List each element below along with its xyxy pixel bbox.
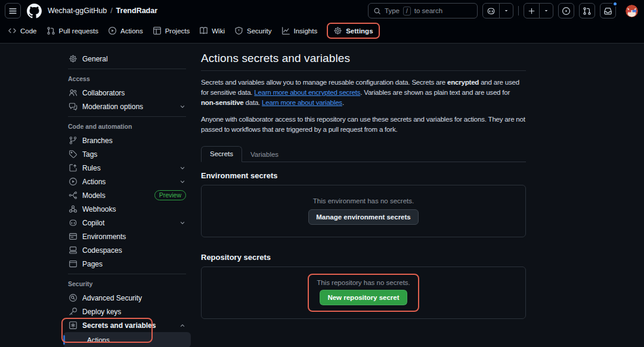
app-header: Wechat-ggGitHub / TrendRadar Type / to s… bbox=[0, 0, 644, 44]
inbox-icon bbox=[603, 7, 612, 16]
tab-label: Actions bbox=[120, 27, 143, 35]
create-new-button[interactable] bbox=[524, 4, 539, 18]
tab-projects[interactable]: Projects bbox=[153, 26, 190, 35]
sidebar-divider bbox=[68, 116, 186, 117]
sidebar-item-advanced-security[interactable]: Advanced Security bbox=[63, 291, 191, 305]
chevron-up-icon bbox=[179, 322, 186, 329]
github-logo[interactable] bbox=[27, 4, 42, 18]
manage-environment-secrets-button[interactable]: Manage environment secrets bbox=[308, 209, 419, 225]
tab-label: Projects bbox=[165, 27, 190, 35]
sidebar-item-copilot[interactable]: Copilot bbox=[63, 216, 191, 230]
intro-bold-non-sensitive: non-sensitive bbox=[201, 99, 244, 106]
create-new-dropdown-button[interactable] bbox=[539, 4, 553, 18]
sidebar-item-label: Tags bbox=[82, 150, 97, 159]
sidebar-item-rules[interactable]: Rules bbox=[63, 161, 191, 175]
graph-icon bbox=[281, 26, 290, 35]
sidebar-item-label: Advanced Security bbox=[82, 294, 142, 302]
git-pull-request-icon bbox=[47, 26, 55, 35]
sidebar-item-actions[interactable]: Actions bbox=[63, 175, 191, 188]
active-item-accent-bar bbox=[63, 335, 65, 345]
sidebar-section-security: Security bbox=[63, 277, 191, 291]
inbox-wrapper bbox=[600, 3, 616, 18]
main-content: Actions secrets and variables Secrets an… bbox=[201, 52, 526, 347]
new-repository-secret-button[interactable]: New repository secret bbox=[320, 290, 407, 305]
annotation-box-repository-secret: This repository has no secrets. New repo… bbox=[308, 274, 419, 312]
environment-secrets-heading: Environment secrets bbox=[201, 171, 526, 180]
webhook-icon bbox=[68, 205, 78, 213]
user-avatar[interactable] bbox=[626, 5, 638, 17]
sidebar-item-label: Models bbox=[82, 191, 106, 200]
github-mark-icon bbox=[27, 4, 42, 18]
copilot-split-button bbox=[482, 3, 513, 18]
codescan-icon bbox=[68, 293, 78, 302]
sidebar-item-branches[interactable]: Branches bbox=[63, 134, 191, 147]
tab-insights[interactable]: Insights bbox=[281, 26, 318, 35]
table-icon bbox=[153, 26, 162, 35]
sidebar-item-general[interactable]: General bbox=[63, 52, 191, 66]
sidebar-item-environments[interactable]: Environments bbox=[63, 230, 191, 243]
breadcrumb-separator: / bbox=[110, 7, 112, 15]
sidebar-item-collaborators[interactable]: Collaborators bbox=[63, 86, 191, 100]
play-icon bbox=[68, 177, 78, 186]
sidebar-item-label: Copilot bbox=[82, 219, 104, 227]
link-variables[interactable]: Learn more about variables bbox=[262, 99, 342, 106]
breadcrumb-repo-link[interactable]: TrendRadar bbox=[116, 7, 157, 15]
people-icon bbox=[68, 88, 78, 97]
copilot-dropdown-button[interactable] bbox=[499, 4, 513, 18]
tab-settings[interactable]: Settings bbox=[327, 23, 379, 39]
link-encrypted-secrets[interactable]: Learn more about encrypted secrets bbox=[254, 89, 360, 96]
pull-requests-button[interactable] bbox=[579, 3, 595, 18]
sidebar-item-models[interactable]: Models Preview bbox=[63, 188, 191, 202]
search-icon bbox=[373, 7, 381, 15]
issue-opened-icon bbox=[562, 7, 571, 16]
model-icon bbox=[68, 191, 78, 200]
tab-actions[interactable]: Actions bbox=[108, 26, 143, 35]
sidebar-item-tags[interactable]: Tags bbox=[63, 147, 191, 161]
search-input[interactable]: Type / to search bbox=[368, 3, 478, 18]
chevron-down-icon bbox=[179, 103, 186, 110]
intro-text: . Variables are shown as plain text and … bbox=[360, 89, 510, 96]
tab-code[interactable]: Code bbox=[8, 26, 37, 35]
tab-label: Pull requests bbox=[59, 27, 98, 35]
chevron-down-icon bbox=[503, 8, 509, 14]
copilot-button[interactable] bbox=[483, 4, 499, 18]
book-icon bbox=[199, 26, 208, 35]
copilot-icon bbox=[487, 7, 496, 16]
hamburger-menu-button[interactable] bbox=[5, 3, 21, 18]
gear-icon bbox=[333, 26, 342, 35]
sidebar-subitem-label: Actions bbox=[87, 336, 110, 343]
codespaces-icon bbox=[68, 246, 78, 255]
chevron-down-icon bbox=[543, 8, 549, 14]
sidebar-subitem-actions-selected[interactable]: Actions bbox=[63, 332, 191, 347]
secret-asterisk-icon bbox=[68, 321, 78, 330]
sidebar-item-secrets-and-variables[interactable]: Secrets and variables bbox=[63, 318, 191, 332]
tab-pull-requests[interactable]: Pull requests bbox=[47, 26, 98, 35]
tag-icon bbox=[68, 150, 78, 159]
search-placeholder-prefix: Type bbox=[385, 7, 400, 14]
sidebar-item-label: Environments bbox=[82, 233, 126, 241]
tab-security[interactable]: Security bbox=[234, 26, 272, 35]
slash-key-hint: / bbox=[403, 7, 411, 16]
search-placeholder-suffix: to search bbox=[414, 7, 442, 14]
tab-label: Settings bbox=[346, 27, 373, 35]
tab-variables[interactable]: Variables bbox=[242, 147, 287, 162]
sidebar-item-deploy-keys[interactable]: Deploy keys bbox=[63, 305, 191, 318]
rules-icon bbox=[68, 163, 78, 172]
intro-paragraph: Secrets and variables allow you to manag… bbox=[201, 78, 526, 108]
environment-secrets-box: This environment has no secrets. Manage … bbox=[201, 185, 526, 237]
three-bars-icon bbox=[8, 7, 17, 16]
tab-wiki[interactable]: Wiki bbox=[199, 26, 225, 35]
sidebar-item-pages[interactable]: Pages bbox=[63, 257, 191, 271]
play-icon bbox=[108, 26, 117, 35]
sidebar-item-codespaces[interactable]: Codespaces bbox=[63, 243, 191, 257]
sidebar-item-moderation-options[interactable]: Moderation options bbox=[63, 100, 191, 113]
settings-sidebar: General Access Collaborators Moderation … bbox=[63, 52, 191, 347]
sidebar-item-webhooks[interactable]: Webhooks bbox=[63, 202, 191, 216]
sidebar-item-label: Deploy keys bbox=[82, 308, 121, 316]
shield-icon bbox=[234, 26, 243, 35]
repository-secrets-heading: Repository secrets bbox=[201, 253, 526, 262]
breadcrumb-owner-link[interactable]: Wechat-ggGitHub bbox=[48, 7, 107, 15]
issues-button[interactable] bbox=[558, 3, 574, 18]
tab-secrets[interactable]: Secrets bbox=[201, 146, 242, 162]
tab-label: Code bbox=[20, 27, 37, 35]
